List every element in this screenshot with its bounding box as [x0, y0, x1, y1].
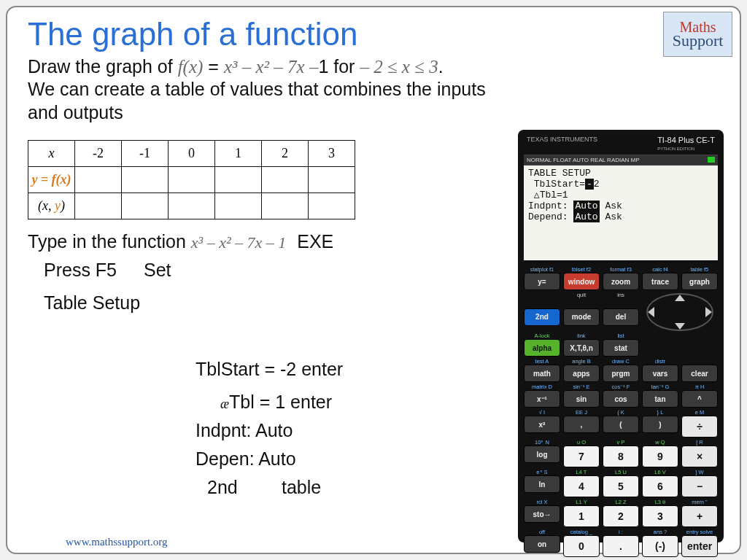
lbl: distr [642, 358, 678, 365]
prompt-text: Draw the graph of f(x) = x³ – x² – 7x –1… [28, 55, 495, 124]
key-4[interactable]: 4 [563, 475, 600, 497]
key-sto[interactable]: sto→ [524, 505, 560, 523]
key-log[interactable]: log [524, 446, 560, 463]
lbl: A-lock [524, 332, 560, 339]
prompt-fx: f(x) [178, 57, 204, 77]
key-ln[interactable]: ln [524, 475, 560, 493]
xy-cell [262, 192, 309, 219]
lbl: √ I [524, 409, 560, 416]
key-del[interactable]: del [603, 308, 639, 326]
key-3[interactable]: 3 [642, 505, 678, 527]
key-1[interactable]: 1 [563, 505, 600, 527]
key-add[interactable]: + [681, 505, 718, 527]
key-stat[interactable]: stat [603, 339, 639, 357]
lbl: off [524, 529, 560, 535]
key-xtn[interactable]: X,T,θ,n [563, 339, 600, 357]
screen-l5c: Ask [600, 211, 622, 222]
key-alpha[interactable]: alpha [524, 339, 560, 357]
lbl: } L [642, 409, 678, 416]
screen-l2b: - [585, 179, 594, 190]
arrow-up-icon[interactable] [675, 295, 685, 301]
key-prgm[interactable]: prgm [603, 365, 639, 382]
dpad[interactable] [642, 292, 718, 332]
key-dot[interactable]: . [603, 535, 639, 557]
key-0[interactable]: 0 [563, 535, 600, 557]
key-8[interactable]: 8 [603, 446, 639, 467]
arrow-right-icon[interactable] [705, 307, 712, 317]
lbl: tan⁻¹ G [642, 384, 678, 390]
key-pow[interactable]: ^ [681, 390, 718, 408]
key-row: y= window zoom trace graph [524, 273, 718, 290]
lbl: eˣ S [524, 469, 560, 475]
y-cell [262, 166, 309, 192]
lbl: L1 Y [563, 499, 600, 505]
lbl: cos⁻¹ F [603, 384, 639, 390]
key-xsq[interactable]: x² [524, 416, 560, 433]
key-mode[interactable]: mode [563, 308, 600, 326]
arrow-down-icon[interactable] [675, 323, 685, 330]
y-cell [309, 166, 355, 192]
key-enter[interactable]: enter [681, 535, 718, 557]
key-div[interactable]: ÷ [681, 416, 718, 438]
step-2nd: 2nd [207, 477, 276, 498]
key-vars[interactable]: vars [642, 365, 678, 382]
key-row: alpha X,T,θ,n stat [524, 339, 718, 357]
prompt-domain: – 2 ≤ x ≤ 3 [360, 57, 438, 77]
key-xinv[interactable]: x⁻¹ [524, 390, 560, 408]
y-cell [75, 166, 122, 192]
lbl: quit [563, 292, 600, 306]
key-mul[interactable]: × [681, 446, 718, 467]
page-title: The graph of a function [28, 16, 719, 52]
key-math[interactable]: math [524, 365, 560, 382]
key-row: x² , ( ) ÷ [524, 416, 718, 438]
screen-l4a: Indpnt: [528, 201, 573, 211]
key-sub[interactable]: − [681, 475, 718, 497]
xy-cell [215, 192, 262, 219]
step-table: table [282, 477, 321, 497]
key-tan[interactable]: tan [642, 390, 678, 408]
key-window[interactable]: window [563, 273, 600, 290]
brand-left: TEXAS INSTRUMENTS [527, 136, 597, 152]
lbl: catalog _ [563, 529, 600, 535]
key-9[interactable]: 9 [642, 446, 678, 467]
key-comma[interactable]: , [563, 416, 600, 433]
calc-brand: TEXAS INSTRUMENTS TI-84 Plus CE-TPYTHON … [524, 136, 718, 155]
key-row: ln 4 5 6 − [524, 475, 718, 497]
step-press-f5: Press F5 [44, 260, 139, 281]
lbl: mem " [681, 499, 718, 505]
key-apps[interactable]: apps [563, 365, 600, 382]
step-tblstart: TblStart = -2 enter [196, 359, 343, 380]
key-labels: A-lock link list [524, 332, 718, 339]
key-on[interactable]: on [524, 535, 560, 553]
key-sin[interactable]: sin [563, 390, 600, 408]
lbl: sin⁻¹ E [563, 384, 600, 390]
key-labels: eˣ SL4 TL5 UL6 V] W [524, 469, 718, 475]
key-2nd[interactable]: 2nd [524, 308, 560, 326]
screen-l3: △Tbl=1 [528, 190, 568, 201]
prompt-poly: x³ – x² – 7x – [224, 57, 319, 77]
screen-l4c: Ask [600, 201, 622, 211]
arrow-left-icon[interactable] [648, 307, 654, 317]
key-7[interactable]: 7 [563, 446, 600, 467]
key-zoom[interactable]: zoom [603, 273, 639, 290]
key-rparen[interactable]: ) [642, 416, 678, 433]
row1-label: x [28, 140, 75, 166]
lbl: ins [603, 292, 639, 306]
lbl: L3 θ [642, 499, 678, 505]
key-y[interactable]: y= [524, 273, 560, 290]
key-lparen[interactable]: ( [603, 416, 639, 433]
key-cos[interactable]: cos [603, 390, 639, 408]
lbl: L6 V [642, 469, 678, 475]
slide: Maths Support The graph of a function Dr… [6, 6, 741, 554]
key-trace[interactable]: trace [642, 273, 678, 290]
key-graph[interactable]: graph [681, 273, 718, 290]
step-indpnt: Indpnt: Auto [196, 420, 343, 441]
key-2[interactable]: 2 [603, 505, 639, 527]
key-5[interactable]: 5 [603, 475, 639, 497]
lbl: table f5 [681, 266, 718, 273]
lbl: tblset f2 [563, 266, 600, 273]
lbl: format f3 [603, 266, 639, 273]
key-clear[interactable]: clear [681, 365, 718, 382]
key-6[interactable]: 6 [642, 475, 678, 497]
key-neg[interactable]: (-) [642, 535, 678, 557]
